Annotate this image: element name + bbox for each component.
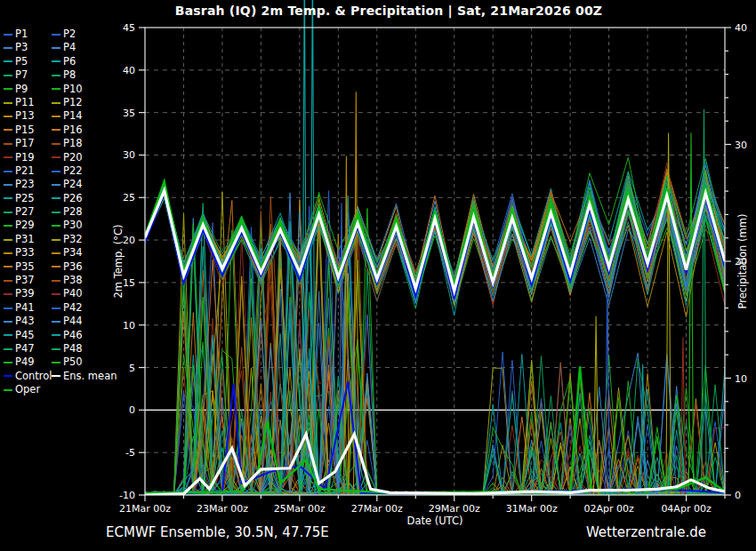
legend-item-p48: P48 [52,342,83,355]
legend-item-p9-line-icon [4,88,12,90]
legend-item-p21-label: P21 [15,164,35,178]
legend-item-p44-label: P44 [63,315,83,328]
temp-axis-tick-label: -10 [119,490,135,501]
legend-item-p3-label: P3 [15,41,28,54]
legend-row: P13P14 [4,109,144,123]
member-precip-line [145,283,725,495]
legend-row: P17P18 [4,137,144,150]
legend-item-ens-mean-label: Ens. mean [63,370,117,383]
legend-item-p39-line-icon [4,293,12,295]
legend-item-p26: P26 [52,192,83,205]
legend-item-p33-line-icon [4,252,12,254]
legend-item-oper: Oper [4,383,40,396]
legend-item-p7: P7 [4,68,28,82]
legend-item-p33: P33 [4,246,35,260]
legend-item-p22: P22 [52,164,83,178]
legend-item-p42-label: P42 [63,301,83,315]
legend-item-p24-line-icon [52,184,60,186]
member-precip-line [145,260,725,495]
legend-item-control-line-icon [4,375,12,377]
legend-item-p26-line-icon [52,197,60,199]
legend-item-p9: P9 [4,83,28,96]
date-axis-tick-label: 04Apr 00z [661,503,712,515]
legend-item-p23-label: P23 [15,178,35,191]
legend-item-p40: P40 [52,287,83,300]
legend-item-p35-line-icon [4,266,12,268]
legend-item-p37-line-icon [4,280,12,282]
legend-item-p18-label: P18 [63,137,83,150]
legend-item-p45: P45 [4,329,35,342]
date-axis-tick-label: 27Mar 00z [351,503,403,515]
legend-item-p34: P34 [52,246,83,260]
legend-item-p34-line-icon [52,252,60,254]
date-axis-tick-label: 25Mar 00z [274,503,326,515]
temp-axis-tick-label: -5 [125,447,135,459]
legend-item-p17: P17 [4,137,35,150]
legend-item-control-label: Control [15,370,52,383]
legend-item-p30: P30 [52,219,83,232]
legend-item-p30-line-icon [52,225,60,227]
date-axis-title: Date (UTC) [407,515,463,527]
legend-item-p15-line-icon [4,129,12,131]
legend-item-p10-line-icon [52,88,60,90]
legend-item-p29-line-icon [4,225,12,227]
precip-axis-tick-label: 30 [735,140,747,151]
legend-item-p17-line-icon [4,143,12,145]
legend-item-p2-line-icon [52,34,60,36]
legend-row: P31P32 [4,233,144,246]
legend-item-p6-line-icon [52,60,60,62]
legend-item-p29: P29 [4,219,35,232]
legend-row: P11P12 [4,96,144,109]
legend-item-p12-line-icon [52,102,60,104]
legend-item-p20-label: P20 [63,151,83,164]
member-precip-line [145,265,725,495]
legend-item-p1: P1 [4,28,28,41]
legend-item-p38-line-icon [52,280,60,282]
legend-row: P9P10 [4,83,144,96]
legend-item-p9-label: P9 [15,83,28,96]
legend-item-p37-label: P37 [15,274,35,287]
legend-item-p1-label: P1 [15,28,28,41]
legend-row: P5P6 [4,55,144,68]
date-axis-tick-label: 21Mar 00z [119,503,171,515]
legend-item-p46-label: P46 [63,329,83,342]
date-axis-tick-label: 31Mar 00z [506,503,558,515]
legend-item-p13-line-icon [4,116,12,117]
member-precip-line [145,260,725,495]
legend-item-p18: P18 [52,137,83,150]
legend-item-p8: P8 [52,68,76,82]
legend-item-p22-label: P22 [63,164,83,178]
legend-item-p31: P31 [4,233,35,246]
legend-item-p37: P37 [4,274,35,287]
legend-item-p47-line-icon [4,348,12,350]
legend-item-p20-line-icon [52,156,60,158]
precip-axis-tick-label: 40 [735,22,747,34]
legend-item-p29-label: P29 [15,219,35,232]
legend-item-p16: P16 [52,124,83,137]
legend-item-p21-line-icon [4,171,12,172]
legend-row: P27P28 [4,205,144,219]
legend-row: P33P34 [4,246,144,260]
legend-row: P29P30 [4,219,144,232]
legend-item-p38: P38 [52,274,83,287]
legend-item-p43-label: P43 [15,315,35,328]
legend-item-p41-label: P41 [15,301,35,315]
legend-item-p45-label: P45 [15,329,35,342]
legend-item-p49-label: P49 [15,355,35,369]
legend-item-p2: P2 [52,28,76,41]
legend-item-p19-line-icon [4,156,12,158]
legend-row: P7P8 [4,68,144,82]
legend-item-p35-label: P35 [15,260,35,274]
legend-item-p4: P4 [52,41,76,54]
legend-row: P35P36 [4,260,144,274]
legend-item-p4-label: P4 [63,41,76,54]
legend-item-p40-label: P40 [63,287,83,300]
legend-item-oper-label: Oper [15,383,40,396]
legend-item-p35: P35 [4,260,35,274]
legend-item-p16-line-icon [52,129,60,131]
watermark-text: Wetterzentrale.de [586,524,706,540]
legend-item-p24: P24 [52,178,83,191]
legend-item-p26-label: P26 [63,192,83,205]
legend-item-p42-line-icon [52,307,60,309]
legend-item-p24-label: P24 [63,178,83,191]
